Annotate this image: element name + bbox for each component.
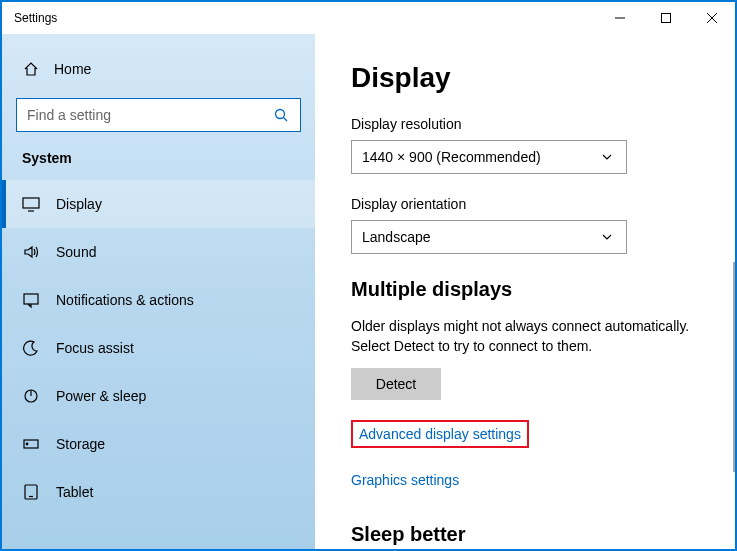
- power-icon: [22, 387, 40, 405]
- notification-icon: [22, 291, 40, 309]
- sidebar-item-label: Focus assist: [56, 340, 134, 356]
- tablet-icon: [22, 483, 40, 501]
- sidebar-item-label: Display: [56, 196, 102, 212]
- svg-point-12: [26, 443, 28, 445]
- page-title: Display: [351, 62, 699, 94]
- minimize-button[interactable]: [597, 2, 643, 34]
- sidebar-item-storage[interactable]: Storage: [2, 420, 315, 468]
- svg-rect-1: [662, 14, 671, 23]
- search-input-wrap[interactable]: [16, 98, 301, 132]
- svg-rect-8: [24, 294, 38, 304]
- svg-line-5: [284, 118, 288, 122]
- sidebar-home-label: Home: [54, 61, 91, 77]
- maximize-button[interactable]: [643, 2, 689, 34]
- sidebar-item-display[interactable]: Display: [2, 180, 315, 228]
- sidebar-item-label: Power & sleep: [56, 388, 146, 404]
- sidebar-item-notifications[interactable]: Notifications & actions: [2, 276, 315, 324]
- home-icon: [22, 60, 40, 78]
- orientation-label: Display orientation: [351, 196, 699, 212]
- close-button[interactable]: [689, 2, 735, 34]
- monitor-icon: [22, 195, 40, 213]
- sidebar-category: System: [2, 150, 315, 180]
- multiple-displays-heading: Multiple displays: [351, 278, 699, 301]
- multiple-displays-desc: Older displays might not always connect …: [351, 317, 699, 356]
- chevron-down-icon: [598, 148, 616, 166]
- titlebar: Settings: [2, 2, 735, 34]
- sidebar-item-label: Tablet: [56, 484, 93, 500]
- sidebar: Home System Display Sound: [2, 34, 315, 549]
- search-input[interactable]: [27, 107, 272, 123]
- search-icon: [272, 106, 290, 124]
- sleep-better-heading: Sleep better: [351, 523, 699, 546]
- resolution-select[interactable]: 1440 × 900 (Recommended): [351, 140, 627, 174]
- resolution-label: Display resolution: [351, 116, 699, 132]
- sidebar-item-sound[interactable]: Sound: [2, 228, 315, 276]
- window-title: Settings: [14, 11, 57, 25]
- svg-rect-6: [23, 198, 39, 208]
- advanced-display-settings-link[interactable]: Advanced display settings: [351, 420, 529, 448]
- resolution-value: 1440 × 900 (Recommended): [362, 149, 541, 165]
- sidebar-home[interactable]: Home: [2, 52, 315, 92]
- scrollbar[interactable]: [733, 262, 735, 472]
- detect-button-label: Detect: [376, 376, 416, 392]
- moon-icon: [22, 339, 40, 357]
- orientation-select[interactable]: Landscape: [351, 220, 627, 254]
- main-panel: Display Display resolution 1440 × 900 (R…: [315, 34, 735, 549]
- chevron-down-icon: [598, 228, 616, 246]
- sidebar-item-power-sleep[interactable]: Power & sleep: [2, 372, 315, 420]
- sidebar-item-tablet[interactable]: Tablet: [2, 468, 315, 516]
- sidebar-item-label: Storage: [56, 436, 105, 452]
- storage-icon: [22, 435, 40, 453]
- sidebar-item-focus-assist[interactable]: Focus assist: [2, 324, 315, 372]
- graphics-settings-link[interactable]: Graphics settings: [351, 472, 459, 488]
- sidebar-item-label: Sound: [56, 244, 96, 260]
- sound-icon: [22, 243, 40, 261]
- svg-point-4: [276, 110, 285, 119]
- sidebar-item-label: Notifications & actions: [56, 292, 194, 308]
- orientation-value: Landscape: [362, 229, 431, 245]
- detect-button[interactable]: Detect: [351, 368, 441, 400]
